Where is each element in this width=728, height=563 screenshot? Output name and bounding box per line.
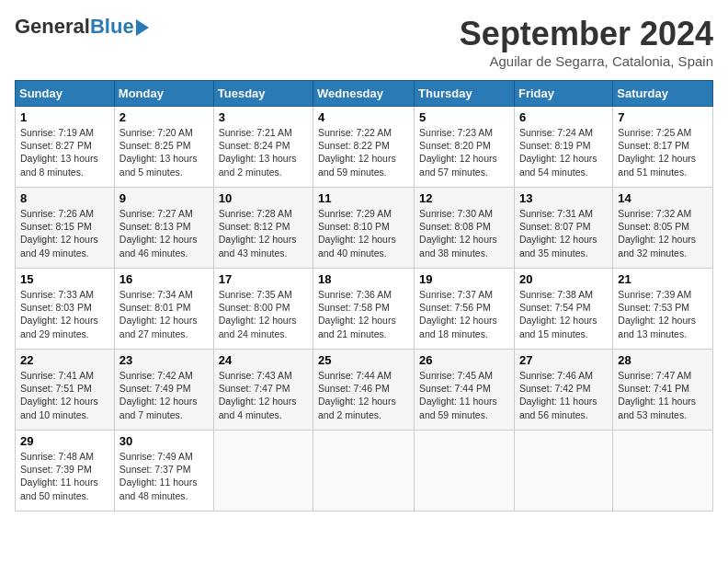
day-info: Sunrise: 7:48 AMSunset: 7:39 PMDaylight:… (20, 450, 109, 502)
calendar-cell: 27Sunrise: 7:46 AMSunset: 7:42 PMDayligh… (514, 350, 612, 431)
week-row-1: 1Sunrise: 7:19 AMSunset: 8:27 PMDaylight… (16, 107, 713, 188)
day-number: 26 (419, 353, 509, 367)
calendar-cell: 2Sunrise: 7:20 AMSunset: 8:25 PMDaylight… (114, 107, 213, 188)
weekday-header-monday: Monday (114, 81, 213, 107)
day-number: 25 (318, 353, 409, 367)
day-number: 10 (219, 191, 308, 205)
day-number: 19 (419, 272, 509, 286)
day-number: 20 (519, 272, 608, 286)
month-title: September 2024 (460, 15, 713, 53)
calendar-cell: 7Sunrise: 7:25 AMSunset: 8:17 PMDaylight… (613, 107, 713, 188)
day-info: Sunrise: 7:32 AMSunset: 8:05 PMDaylight:… (618, 207, 708, 259)
weekday-header-tuesday: Tuesday (213, 81, 313, 107)
calendar-cell: 10Sunrise: 7:28 AMSunset: 8:12 PMDayligh… (213, 188, 313, 269)
calendar-cell: 21Sunrise: 7:39 AMSunset: 7:53 PMDayligh… (613, 269, 713, 350)
day-number: 4 (318, 110, 409, 124)
calendar-cell: 26Sunrise: 7:45 AMSunset: 7:44 PMDayligh… (415, 350, 515, 431)
calendar-cell (213, 431, 313, 511)
day-info: Sunrise: 7:39 AMSunset: 7:53 PMDaylight:… (618, 288, 708, 340)
day-number: 14 (618, 191, 708, 205)
day-number: 3 (219, 110, 308, 124)
day-number: 24 (219, 353, 308, 367)
day-info: Sunrise: 7:44 AMSunset: 7:46 PMDaylight:… (318, 369, 409, 421)
day-number: 28 (618, 353, 708, 367)
day-number: 13 (519, 191, 608, 205)
weekday-header-thursday: Thursday (415, 81, 515, 107)
calendar-cell: 18Sunrise: 7:36 AMSunset: 7:58 PMDayligh… (313, 269, 415, 350)
calendar-cell: 13Sunrise: 7:31 AMSunset: 8:07 PMDayligh… (514, 188, 612, 269)
day-number: 9 (119, 191, 209, 205)
calendar-cell: 28Sunrise: 7:47 AMSunset: 7:41 PMDayligh… (613, 350, 713, 431)
calendar-cell: 23Sunrise: 7:42 AMSunset: 7:49 PMDayligh… (114, 350, 213, 431)
day-info: Sunrise: 7:23 AMSunset: 8:20 PMDaylight:… (419, 126, 509, 178)
day-number: 17 (219, 272, 308, 286)
calendar-cell: 30Sunrise: 7:49 AMSunset: 7:37 PMDayligh… (114, 431, 213, 511)
calendar-cell: 3Sunrise: 7:21 AMSunset: 8:24 PMDaylight… (213, 107, 313, 188)
day-number: 2 (119, 110, 209, 124)
calendar-cell: 5Sunrise: 7:23 AMSunset: 8:20 PMDaylight… (415, 107, 515, 188)
day-info: Sunrise: 7:28 AMSunset: 8:12 PMDaylight:… (219, 207, 308, 259)
day-number: 11 (318, 191, 409, 205)
day-number: 15 (20, 272, 109, 286)
logo: General Blue (15, 15, 149, 39)
calendar-cell: 15Sunrise: 7:33 AMSunset: 8:03 PMDayligh… (16, 269, 115, 350)
week-row-3: 15Sunrise: 7:33 AMSunset: 8:03 PMDayligh… (16, 269, 713, 350)
day-info: Sunrise: 7:47 AMSunset: 7:41 PMDaylight:… (618, 369, 708, 421)
calendar-cell: 22Sunrise: 7:41 AMSunset: 7:51 PMDayligh… (16, 350, 115, 431)
day-info: Sunrise: 7:29 AMSunset: 8:10 PMDaylight:… (318, 207, 409, 259)
day-number: 27 (519, 353, 608, 367)
location-title: Aguilar de Segarra, Catalonia, Spain (460, 53, 713, 69)
day-info: Sunrise: 7:42 AMSunset: 7:49 PMDaylight:… (119, 369, 209, 421)
calendar-cell: 8Sunrise: 7:26 AMSunset: 8:15 PMDaylight… (16, 188, 115, 269)
day-info: Sunrise: 7:41 AMSunset: 7:51 PMDaylight:… (20, 369, 109, 421)
day-info: Sunrise: 7:27 AMSunset: 8:13 PMDaylight:… (119, 207, 209, 259)
day-info: Sunrise: 7:20 AMSunset: 8:25 PMDaylight:… (119, 126, 209, 178)
day-info: Sunrise: 7:30 AMSunset: 8:08 PMDaylight:… (419, 207, 509, 259)
day-number: 29 (20, 434, 109, 448)
day-info: Sunrise: 7:49 AMSunset: 7:37 PMDaylight:… (119, 450, 209, 502)
calendar-cell: 24Sunrise: 7:43 AMSunset: 7:47 PMDayligh… (213, 350, 313, 431)
day-number: 12 (419, 191, 509, 205)
day-info: Sunrise: 7:21 AMSunset: 8:24 PMDaylight:… (219, 126, 308, 178)
day-number: 8 (20, 191, 109, 205)
calendar-cell: 1Sunrise: 7:19 AMSunset: 8:27 PMDaylight… (16, 107, 115, 188)
weekday-header-friday: Friday (514, 81, 612, 107)
day-number: 7 (618, 110, 708, 124)
calendar-cell: 19Sunrise: 7:37 AMSunset: 7:56 PMDayligh… (415, 269, 515, 350)
weekday-header-saturday: Saturday (613, 81, 713, 107)
calendar-cell (313, 431, 415, 511)
calendar-cell: 17Sunrise: 7:35 AMSunset: 8:00 PMDayligh… (213, 269, 313, 350)
logo-general-text: General (15, 15, 90, 39)
day-info: Sunrise: 7:38 AMSunset: 7:54 PMDaylight:… (519, 288, 608, 340)
calendar-cell: 29Sunrise: 7:48 AMSunset: 7:39 PMDayligh… (16, 431, 115, 511)
calendar-cell: 25Sunrise: 7:44 AMSunset: 7:46 PMDayligh… (313, 350, 415, 431)
day-info: Sunrise: 7:37 AMSunset: 7:56 PMDaylight:… (419, 288, 509, 340)
day-number: 18 (318, 272, 409, 286)
day-info: Sunrise: 7:46 AMSunset: 7:42 PMDaylight:… (519, 369, 608, 421)
day-info: Sunrise: 7:45 AMSunset: 7:44 PMDaylight:… (419, 369, 509, 421)
page-header: General Blue September 2024 Aguilar de S… (15, 15, 713, 69)
weekday-header-sunday: Sunday (16, 81, 115, 107)
day-info: Sunrise: 7:31 AMSunset: 8:07 PMDaylight:… (519, 207, 608, 259)
calendar-cell: 14Sunrise: 7:32 AMSunset: 8:05 PMDayligh… (613, 188, 713, 269)
weekday-header-wednesday: Wednesday (313, 81, 415, 107)
calendar-cell (514, 431, 612, 511)
day-info: Sunrise: 7:43 AMSunset: 7:47 PMDaylight:… (219, 369, 308, 421)
calendar-cell (613, 431, 713, 511)
week-row-4: 22Sunrise: 7:41 AMSunset: 7:51 PMDayligh… (16, 350, 713, 431)
day-info: Sunrise: 7:26 AMSunset: 8:15 PMDaylight:… (20, 207, 109, 259)
logo-blue-text: Blue (90, 15, 134, 39)
calendar-cell: 12Sunrise: 7:30 AMSunset: 8:08 PMDayligh… (415, 188, 515, 269)
calendar-cell: 16Sunrise: 7:34 AMSunset: 8:01 PMDayligh… (114, 269, 213, 350)
day-number: 21 (618, 272, 708, 286)
calendar-cell (415, 431, 515, 511)
day-number: 16 (119, 272, 209, 286)
calendar-cell: 20Sunrise: 7:38 AMSunset: 7:54 PMDayligh… (514, 269, 612, 350)
day-info: Sunrise: 7:19 AMSunset: 8:27 PMDaylight:… (20, 126, 109, 178)
calendar-cell: 4Sunrise: 7:22 AMSunset: 8:22 PMDaylight… (313, 107, 415, 188)
day-number: 22 (20, 353, 109, 367)
week-row-2: 8Sunrise: 7:26 AMSunset: 8:15 PMDaylight… (16, 188, 713, 269)
calendar-table: SundayMondayTuesdayWednesdayThursdayFrid… (15, 80, 713, 511)
week-row-5: 29Sunrise: 7:48 AMSunset: 7:39 PMDayligh… (16, 431, 713, 511)
day-info: Sunrise: 7:35 AMSunset: 8:00 PMDaylight:… (219, 288, 308, 340)
